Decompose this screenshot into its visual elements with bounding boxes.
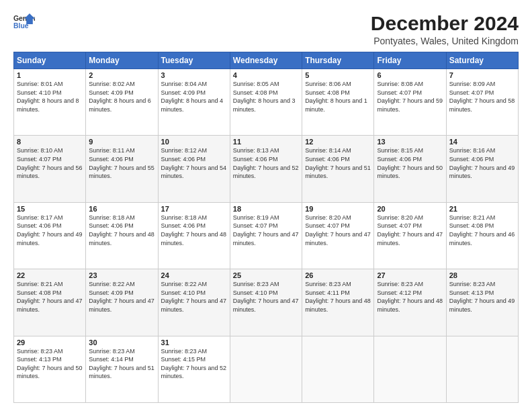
calendar-cell: 11Sunrise: 8:13 AMSunset: 4:06 PMDayligh…: [230, 136, 302, 202]
day-info: Sunrise: 8:11 AMSunset: 4:06 PMDaylight:…: [89, 146, 154, 180]
calendar-cell: [302, 336, 374, 402]
day-info: Sunrise: 8:23 AMSunset: 4:15 PMDaylight:…: [161, 347, 227, 381]
day-number: 26: [305, 271, 371, 279]
day-number: 8: [17, 138, 83, 146]
day-info: Sunrise: 8:06 AMSunset: 4:08 PMDaylight:…: [305, 80, 371, 113]
calendar-cell: 26Sunrise: 8:23 AMSunset: 4:11 PMDayligh…: [302, 269, 374, 336]
week-row-3: 22Sunrise: 8:21 AMSunset: 4:08 PMDayligh…: [14, 269, 519, 336]
calendar-cell: 7Sunrise: 8:09 AMSunset: 4:07 PMDaylight…: [446, 69, 518, 136]
calendar-cell: 10Sunrise: 8:12 AMSunset: 4:06 PMDayligh…: [158, 136, 230, 202]
col-header-tuesday: Tuesday: [158, 52, 230, 69]
calendar-cell: 13Sunrise: 8:15 AMSunset: 4:06 PMDayligh…: [374, 136, 446, 202]
calendar-cell: 14Sunrise: 8:16 AMSunset: 4:06 PMDayligh…: [446, 136, 518, 202]
day-info: Sunrise: 8:23 AMSunset: 4:10 PMDaylight:…: [233, 280, 299, 314]
day-info: Sunrise: 8:14 AMSunset: 4:06 PMDaylight:…: [305, 146, 371, 180]
day-number: 19: [305, 205, 371, 213]
day-info: Sunrise: 8:19 AMSunset: 4:07 PMDaylight:…: [233, 214, 299, 247]
day-number: 5: [305, 71, 371, 79]
title-block: December 2024 Pontyates, Wales, United K…: [371, 12, 519, 46]
calendar-cell: 30Sunrise: 8:23 AMSunset: 4:14 PMDayligh…: [86, 336, 158, 402]
day-number: 2: [89, 71, 154, 79]
calendar-cell: 3Sunrise: 8:04 AMSunset: 4:09 PMDaylight…: [158, 69, 230, 136]
col-header-sunday: Sunday: [14, 52, 86, 69]
calendar-cell: 16Sunrise: 8:18 AMSunset: 4:06 PMDayligh…: [86, 202, 158, 269]
day-info: Sunrise: 8:18 AMSunset: 4:06 PMDaylight:…: [161, 214, 227, 247]
calendar-cell: [230, 336, 302, 402]
day-info: Sunrise: 8:23 AMSunset: 4:14 PMDaylight:…: [89, 347, 154, 381]
day-info: Sunrise: 8:23 AMSunset: 4:13 PMDaylight:…: [449, 280, 515, 314]
day-info: Sunrise: 8:12 AMSunset: 4:06 PMDaylight:…: [161, 146, 227, 180]
col-header-saturday: Saturday: [446, 52, 518, 69]
calendar-cell: 23Sunrise: 8:22 AMSunset: 4:09 PMDayligh…: [86, 269, 158, 336]
day-number: 27: [377, 271, 443, 279]
day-number: 20: [377, 205, 443, 213]
day-number: 23: [89, 271, 154, 279]
subtitle: Pontyates, Wales, United Kingdom: [371, 36, 519, 46]
calendar-cell: [446, 336, 518, 402]
logo: General Blue: [13, 12, 35, 31]
day-number: 3: [161, 71, 227, 79]
day-info: Sunrise: 8:02 AMSunset: 4:09 PMDaylight:…: [89, 80, 154, 113]
day-info: Sunrise: 8:01 AMSunset: 4:10 PMDaylight:…: [17, 80, 83, 113]
day-number: 24: [161, 271, 227, 279]
day-number: 11: [233, 138, 299, 146]
day-number: 9: [89, 138, 154, 146]
page: General Blue December 2024 Pontyates, Wa…: [0, 0, 532, 411]
calendar-cell: 5Sunrise: 8:06 AMSunset: 4:08 PMDaylight…: [302, 69, 374, 136]
day-number: 22: [17, 271, 83, 279]
calendar-header-row: SundayMondayTuesdayWednesdayThursdayFrid…: [14, 52, 519, 69]
main-title: December 2024: [371, 12, 519, 34]
day-number: 4: [233, 71, 299, 79]
calendar-table: SundayMondayTuesdayWednesdayThursdayFrid…: [13, 52, 519, 403]
week-row-4: 29Sunrise: 8:23 AMSunset: 4:13 PMDayligh…: [14, 336, 519, 402]
day-info: Sunrise: 8:21 AMSunset: 4:08 PMDaylight:…: [449, 214, 515, 247]
col-header-wednesday: Wednesday: [230, 52, 302, 69]
calendar-cell: 25Sunrise: 8:23 AMSunset: 4:10 PMDayligh…: [230, 269, 302, 336]
calendar-cell: 27Sunrise: 8:23 AMSunset: 4:12 PMDayligh…: [374, 269, 446, 336]
logo-icon: General Blue: [13, 12, 35, 31]
calendar-cell: 28Sunrise: 8:23 AMSunset: 4:13 PMDayligh…: [446, 269, 518, 336]
day-number: 31: [161, 338, 227, 347]
day-number: 17: [161, 205, 227, 213]
day-number: 30: [89, 338, 154, 347]
day-number: 15: [17, 205, 83, 213]
day-number: 12: [305, 138, 371, 146]
calendar-cell: 31Sunrise: 8:23 AMSunset: 4:15 PMDayligh…: [158, 336, 230, 402]
calendar-cell: 20Sunrise: 8:20 AMSunset: 4:07 PMDayligh…: [374, 202, 446, 269]
calendar-cell: 29Sunrise: 8:23 AMSunset: 4:13 PMDayligh…: [14, 336, 86, 402]
calendar-cell: 4Sunrise: 8:05 AMSunset: 4:08 PMDaylight…: [230, 69, 302, 136]
day-info: Sunrise: 8:18 AMSunset: 4:06 PMDaylight:…: [89, 214, 154, 247]
day-info: Sunrise: 8:10 AMSunset: 4:07 PMDaylight:…: [17, 146, 83, 180]
header: General Blue December 2024 Pontyates, Wa…: [13, 12, 519, 46]
day-number: 29: [17, 338, 83, 347]
day-info: Sunrise: 8:23 AMSunset: 4:12 PMDaylight:…: [377, 280, 443, 314]
day-info: Sunrise: 8:08 AMSunset: 4:07 PMDaylight:…: [377, 80, 443, 113]
calendar-cell: 22Sunrise: 8:21 AMSunset: 4:08 PMDayligh…: [14, 269, 86, 336]
col-header-monday: Monday: [86, 52, 158, 69]
calendar-cell: 12Sunrise: 8:14 AMSunset: 4:06 PMDayligh…: [302, 136, 374, 202]
day-info: Sunrise: 8:13 AMSunset: 4:06 PMDaylight:…: [233, 146, 299, 180]
day-info: Sunrise: 8:15 AMSunset: 4:06 PMDaylight:…: [377, 146, 443, 180]
calendar-cell: 2Sunrise: 8:02 AMSunset: 4:09 PMDaylight…: [86, 69, 158, 136]
day-info: Sunrise: 8:04 AMSunset: 4:09 PMDaylight:…: [161, 80, 227, 113]
day-number: 18: [233, 205, 299, 213]
day-info: Sunrise: 8:05 AMSunset: 4:08 PMDaylight:…: [233, 80, 299, 113]
week-row-2: 15Sunrise: 8:17 AMSunset: 4:06 PMDayligh…: [14, 202, 519, 269]
calendar-cell: 21Sunrise: 8:21 AMSunset: 4:08 PMDayligh…: [446, 202, 518, 269]
calendar-cell: 6Sunrise: 8:08 AMSunset: 4:07 PMDaylight…: [374, 69, 446, 136]
calendar-cell: 18Sunrise: 8:19 AMSunset: 4:07 PMDayligh…: [230, 202, 302, 269]
day-number: 25: [233, 271, 299, 279]
day-info: Sunrise: 8:20 AMSunset: 4:07 PMDaylight:…: [305, 214, 371, 247]
day-number: 1: [17, 71, 83, 79]
day-info: Sunrise: 8:09 AMSunset: 4:07 PMDaylight:…: [449, 80, 515, 113]
day-number: 10: [161, 138, 227, 146]
calendar-cell: 9Sunrise: 8:11 AMSunset: 4:06 PMDaylight…: [86, 136, 158, 202]
day-number: 28: [449, 271, 515, 279]
day-info: Sunrise: 8:21 AMSunset: 4:08 PMDaylight:…: [17, 280, 83, 314]
day-info: Sunrise: 8:23 AMSunset: 4:13 PMDaylight:…: [17, 347, 83, 381]
week-row-0: 1Sunrise: 8:01 AMSunset: 4:10 PMDaylight…: [14, 69, 519, 136]
day-info: Sunrise: 8:23 AMSunset: 4:11 PMDaylight:…: [305, 280, 371, 314]
calendar-cell: 15Sunrise: 8:17 AMSunset: 4:06 PMDayligh…: [14, 202, 86, 269]
day-info: Sunrise: 8:17 AMSunset: 4:06 PMDaylight:…: [17, 214, 83, 247]
calendar-cell: 24Sunrise: 8:22 AMSunset: 4:10 PMDayligh…: [158, 269, 230, 336]
